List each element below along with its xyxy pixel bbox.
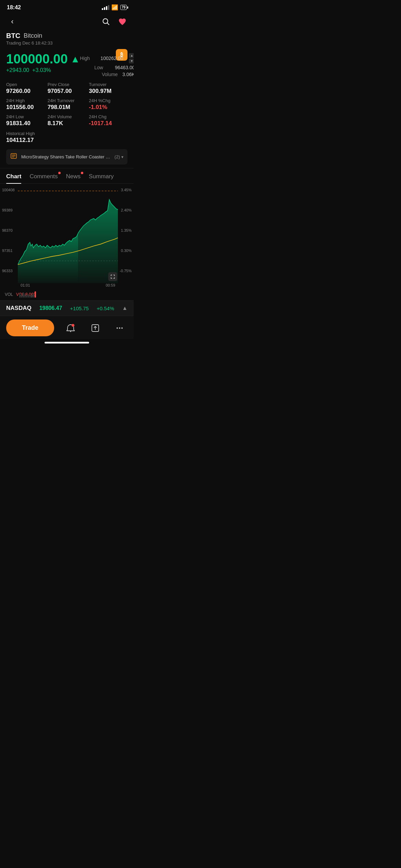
hist-high-value: 104112.17	[6, 137, 127, 144]
price-change: +2943.00 +3.03%	[6, 67, 80, 73]
trading-time: Trading Dec 6 18:42:33	[6, 40, 127, 46]
prev-close-label: Prev Close	[48, 82, 86, 87]
open-value: 97260.00	[6, 88, 45, 95]
price-section: 100000.00 ▲ +2943.00 +3.03% High 100262.…	[0, 52, 134, 77]
turnover-value: 300.97M	[89, 88, 127, 95]
coin-title: BTC Bitcoin	[6, 32, 127, 40]
svg-point-13	[117, 327, 118, 329]
status-time: 18:42	[7, 4, 21, 11]
nasdaq-chevron-icon: ▲	[122, 305, 127, 311]
stat-open: Open 97260.00	[6, 82, 45, 95]
hist-high-label: Historical High	[6, 131, 127, 136]
vol-bars	[19, 291, 117, 298]
price-right: High 100262.00 ▲ ▼ Low 96463.00 Volume 3…	[80, 52, 134, 77]
volume-label: Volume	[102, 72, 119, 77]
news-count: (2) ▾	[114, 154, 123, 159]
scroll-buttons: ▲ ▼	[129, 53, 134, 63]
chart-y-labels-right: 3.45% 2.40% 1.35% 0.30% -0.75%	[120, 188, 132, 273]
high-value: 100262.00	[100, 56, 123, 61]
y-label-r4: 0.30%	[120, 249, 132, 253]
svg-point-10	[72, 324, 74, 327]
stat-prev-close: Prev Close 97057.00	[48, 82, 86, 95]
stat-24h-pct-chg: 24H %Chg -1.01%	[89, 98, 127, 111]
tab-dot-comments	[58, 172, 61, 174]
y-label-r1: 3.45%	[120, 188, 132, 192]
share-button[interactable]	[87, 322, 103, 334]
status-bar: 18:42 📶 79	[0, 0, 134, 13]
price-row: 100000.00 ▲ +2943.00 +3.03% High 100262.…	[6, 52, 127, 77]
back-button[interactable]: ‹	[6, 15, 19, 28]
24h-pct-value: -1.01%	[89, 104, 127, 111]
24h-chg-value: -1017.14	[89, 120, 127, 127]
svg-line-1	[107, 23, 109, 25]
open-label: Open	[6, 82, 45, 87]
stat-24h-turnover: 24H Turnover 798.01M	[48, 98, 86, 111]
expand-chart-button[interactable]	[108, 272, 117, 281]
x-label-right: 00:59	[106, 283, 115, 287]
volume-row: Volume 3.06K	[102, 72, 134, 77]
stats-grid: Open 97260.00 Prev Close 97057.00 Turnov…	[0, 77, 134, 130]
price-value: 100000.00	[6, 52, 68, 67]
trade-button[interactable]: Trade	[6, 320, 54, 336]
news-text: MicroStrategy Shares Take Roller Coaster…	[21, 154, 111, 159]
coin-name: Bitcoin	[24, 32, 42, 39]
y-label-4: 97351	[2, 249, 15, 253]
svg-point-14	[119, 327, 120, 329]
price-left: 100000.00 ▲ +2943.00 +3.03%	[6, 52, 80, 73]
chart-area: 100408 99389 98370 97351 96333 3.45% 2.4…	[0, 184, 134, 300]
y-label-1: 100408	[2, 188, 15, 192]
svg-point-9	[70, 331, 71, 332]
y-label-2: 99389	[2, 208, 15, 212]
high-row: High 100262.00 ▲ ▼	[80, 53, 134, 63]
24h-turnover-label: 24H Turnover	[48, 98, 86, 103]
chart-x-labels: 01:01 00:59	[18, 282, 118, 289]
chart-y-labels-left: 100408 99389 98370 97351 96333	[2, 188, 15, 273]
price-arrow: ▲	[71, 54, 80, 65]
y-label-5: 96333	[2, 269, 15, 273]
low-value: 96463.00	[115, 65, 134, 70]
low-row: Low 96463.00	[94, 65, 134, 70]
wifi-icon: 📶	[111, 4, 118, 11]
tabs-container: Chart Comments News Summary	[0, 168, 134, 184]
favorite-icon[interactable]	[117, 16, 127, 27]
search-icon[interactable]	[101, 16, 111, 27]
24h-vol-value: 8.17K	[48, 120, 86, 127]
24h-pct-label: 24H %Chg	[89, 98, 127, 103]
24h-high-label: 24H High	[6, 98, 45, 103]
news-banner[interactable]: MicroStrategy Shares Take Roller Coaster…	[6, 149, 127, 165]
scroll-up-btn[interactable]: ▲	[129, 53, 134, 58]
turnover-label: Turnover	[89, 82, 127, 87]
historical-section: Historical High 104112.17	[0, 130, 134, 147]
header-actions	[101, 16, 127, 27]
signal-icon	[102, 5, 109, 10]
nasdaq-bar[interactable]: NASDAQ 19806.47 +105.75 +0.54% ▲	[0, 300, 134, 316]
vol-label: VOL	[5, 292, 13, 297]
nasdaq-name: NASDAQ	[6, 305, 32, 312]
home-indicator	[45, 342, 89, 343]
low-label: Low	[94, 65, 111, 70]
stat-24h-high: 24H High 101556.00	[6, 98, 45, 111]
nasdaq-pct: +0.54%	[97, 305, 114, 311]
alert-button[interactable]	[63, 322, 78, 334]
y-label-r3: 1.35%	[120, 228, 132, 232]
stat-24h-low: 24H Low 91831.40	[6, 114, 45, 127]
chart-svg-wrapper	[18, 186, 118, 283]
more-button[interactable]	[112, 322, 127, 334]
svg-point-15	[121, 327, 123, 329]
24h-vol-label: 24H Volume	[48, 114, 86, 119]
stat-24h-vol: 24H Volume 8.17K	[48, 114, 86, 127]
nasdaq-price: 19806.47	[39, 305, 62, 311]
stat-24h-chg: 24H Chg -1017.14	[89, 114, 127, 127]
chart-fill-right	[78, 200, 118, 283]
tab-news[interactable]: News	[66, 168, 81, 183]
24h-turnover-value: 798.01M	[48, 104, 86, 111]
coin-info: BTC Bitcoin Trading Dec 6 18:42:33 ₿	[0, 31, 134, 52]
prev-close-value: 97057.00	[48, 88, 86, 95]
battery-icon: 79	[120, 5, 127, 10]
y-label-r2: 2.40%	[120, 208, 132, 212]
tab-chart[interactable]: Chart	[6, 168, 21, 183]
tab-dot-news	[81, 172, 83, 174]
tab-summary[interactable]: Summary	[89, 168, 114, 183]
tab-comments[interactable]: Comments	[29, 168, 58, 183]
scroll-down-btn[interactable]: ▼	[129, 59, 134, 63]
